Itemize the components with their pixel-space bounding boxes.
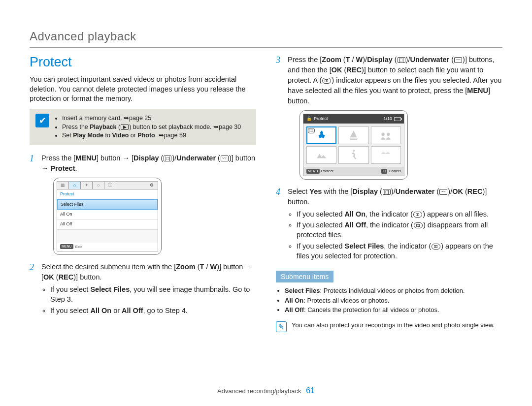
footer-section: Advanced recording/playback bbox=[217, 387, 301, 395]
cancel-tag-icon: ⟲ bbox=[381, 169, 387, 174]
display-icon: |□| bbox=[383, 189, 391, 195]
underwater-icon: 〰 bbox=[439, 189, 447, 195]
thumbnail bbox=[338, 126, 368, 144]
submenu-item: Select Files: Protects individual videos… bbox=[285, 286, 502, 295]
thumb-footer-protect: Protect bbox=[321, 168, 333, 174]
tip-text: You can also protect your recordings in … bbox=[292, 321, 495, 329]
menu-item-selected: Select Files bbox=[57, 199, 158, 210]
page-title: Advanced playback bbox=[30, 30, 502, 43]
prereq-item: Insert a memory card. ➥page 25 bbox=[62, 114, 241, 123]
prerequisite-note: ✔ Insert a memory card. ➥page 25 Press t… bbox=[30, 109, 256, 146]
page-footer: Advanced recording/playback 61 bbox=[30, 386, 502, 395]
step-2: Select the desired submenu item with the… bbox=[30, 262, 256, 315]
thumb-header-title: Protect bbox=[314, 116, 328, 122]
menu-item: All Off bbox=[57, 219, 158, 229]
step-2-sub: If you select Select Files, you will see… bbox=[50, 284, 256, 305]
battery-icon bbox=[394, 117, 401, 121]
thumbnail bbox=[371, 146, 401, 164]
check-icon: ✔ bbox=[35, 114, 49, 127]
step-4-sub: If you selected All Off, the indicator (… bbox=[297, 220, 502, 240]
prereq-item: Press the Playback (▶) button to set pla… bbox=[62, 123, 241, 131]
thumbnail-selected: ⚿ bbox=[306, 126, 336, 144]
pencil-icon: ✎ bbox=[276, 321, 287, 332]
key-indicator-icon: ⚿ bbox=[414, 222, 423, 228]
step-4-sub: If you selected Select Files, the indica… bbox=[297, 241, 502, 261]
step-4-sub: If you selected All On, the indicator (⚿… bbox=[297, 209, 502, 219]
key-indicator-icon: ⚿ bbox=[413, 212, 422, 218]
menu-item: Protect bbox=[57, 189, 158, 199]
landscape-glyph-icon bbox=[315, 149, 328, 161]
thumbnail bbox=[371, 126, 401, 144]
playback-icon: ▶ bbox=[121, 124, 129, 130]
sailboat-glyph-icon bbox=[347, 129, 360, 142]
display-icon: |□| bbox=[164, 156, 171, 161]
submenu-items-header: Submenu items bbox=[276, 271, 333, 282]
runner-glyph-icon bbox=[347, 149, 360, 161]
thumb-footer-cancel: Cancel bbox=[389, 168, 401, 174]
step-4: Select Yes with the [Display (|□|)/Under… bbox=[276, 187, 502, 261]
intro-paragraph: You can protect important saved videos o… bbox=[30, 75, 256, 104]
ui-screenshot-thumbnails: 🔒 Protect 1/10 ⚿ bbox=[299, 110, 408, 180]
people-glyph-icon bbox=[379, 129, 392, 142]
key-indicator-icon: ⚿ bbox=[432, 244, 440, 250]
thumb-counter: 1/10 bbox=[383, 116, 392, 122]
section-heading: Protect bbox=[30, 55, 256, 70]
display-icon: |□| bbox=[398, 57, 405, 63]
thumbnail bbox=[338, 146, 368, 164]
step-3: Press the [Zoom (T / W)/Display (|□|)/Un… bbox=[276, 55, 502, 180]
menu-footer-label: Exit bbox=[75, 244, 82, 250]
underwater-icon: 〰 bbox=[454, 57, 462, 63]
menu-tag-icon: MENU bbox=[60, 244, 73, 249]
prerequisite-list: Insert a memory card. ➥page 25 Press the… bbox=[54, 114, 241, 141]
palm-glyph-icon bbox=[379, 149, 392, 161]
thumbnail bbox=[306, 146, 336, 164]
lock-icon: 🔒 bbox=[306, 116, 312, 122]
tip-note: ✎ You can also protect your recordings i… bbox=[276, 321, 502, 332]
submenu-item: All Off: Cancels the protection for all … bbox=[285, 306, 502, 314]
menu-item: All On bbox=[57, 210, 158, 219]
protect-tab-icon: ⌂ bbox=[69, 182, 81, 189]
footer-page-number: 61 bbox=[306, 386, 315, 395]
step-1: Press the [MENU] button → [Display (|□|)… bbox=[30, 153, 256, 255]
menu-tabs: ▦⌂✦☼ⓘ ⚙ bbox=[57, 182, 158, 189]
submenu-items-list: Select Files: Protects individual videos… bbox=[276, 286, 502, 314]
key-mark-icon: ⚿ bbox=[308, 128, 315, 133]
ui-screenshot-menu: ▦⌂✦☼ⓘ ⚙ Protect Select Files All On All … bbox=[53, 178, 162, 255]
prereq-item: Set Play Mode to Video or Photo. ➥page 5… bbox=[62, 131, 241, 140]
step-2-sub: If you select All On or All Off, go to S… bbox=[50, 306, 256, 315]
key-indicator-icon: ⚿ bbox=[322, 78, 331, 84]
menu-tag-icon: MENU bbox=[306, 169, 320, 174]
menu-footer: MENU Exit bbox=[57, 243, 158, 251]
underwater-icon: 〰 bbox=[221, 156, 229, 161]
person-glyph-icon bbox=[315, 129, 328, 142]
title-rule bbox=[30, 47, 502, 48]
submenu-item: All On: Protects all videos or photos. bbox=[285, 296, 502, 305]
